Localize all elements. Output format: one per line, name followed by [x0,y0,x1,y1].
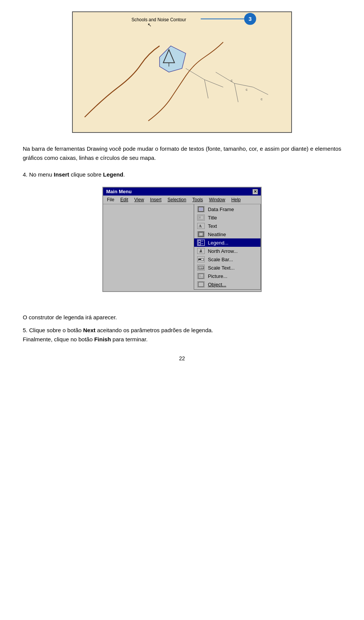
svg-rect-38 [198,274,204,278]
svg-text:N: N [199,251,201,253]
svg-text:T: T [199,216,201,219]
svg-rect-28 [198,243,201,245]
object-icon [197,281,205,287]
menu-item-neatline[interactable]: Neatline [194,230,260,238]
menu-insert[interactable]: Insert [148,196,164,203]
text-icon: A [197,223,205,229]
menu-item-object[interactable]: Object... [194,280,260,289]
menu-item-object-label: Object... [208,282,226,287]
svg-rect-26 [198,240,201,242]
paragraph-1: Na barra de ferramentas Drawing você pod… [23,144,341,162]
svg-text:c: c [246,87,248,92]
page-number-value: 22 [179,355,185,361]
menu-item-text-label: Text [208,223,217,229]
menu-item-scale-bar-label: Scale Bar... [208,257,233,262]
map-container: c c c Schools and Noise Contour ↖ 3 [72,11,292,133]
menu-item-north-arrow[interactable]: N North Arrow... [194,247,260,255]
picture-icon [197,273,205,279]
legend-icon [197,240,205,246]
menu-item-picture[interactable]: Picture... [194,272,260,280]
menu-menubar: File Edit View Insert Selection Tools Wi… [103,196,261,204]
menu-selection[interactable]: Selection [165,196,188,203]
title-icon: T [197,215,205,221]
svg-text:1:km: 1:km [199,267,204,269]
main-menu-window: Main Menu ✕ File Edit View Insert Select… [102,187,262,292]
svg-text:↖: ↖ [147,22,152,28]
menu-item-title[interactable]: T Title [194,213,260,222]
insert-dropdown: Data Frame T Title A Text [194,204,261,290]
data-frame-icon [197,206,205,212]
north-arrow-icon: N [197,248,205,254]
svg-marker-40 [198,276,204,277]
step-5-text: 5. Clique sobre o botão Next aceitando o… [23,326,341,344]
legend-appeared-text: O construtor de legenda irá aparecer. [23,313,341,322]
menu-item-title-label: Title [208,215,217,221]
menu-edit[interactable]: Edit [118,196,130,203]
menu-item-scale-text[interactable]: 1:km Scale Text... [194,263,260,272]
menu-item-picture-label: Picture... [208,273,227,279]
menu-item-legend[interactable]: Legend... [194,238,260,247]
svg-text:A: A [199,224,202,228]
legend-appeared-label: O construtor de legenda irá aparecer. [23,314,117,320]
close-button[interactable]: ✕ [253,189,258,194]
menu-item-data-frame[interactable]: Data Frame [194,205,260,213]
paragraph-1-text: Na barra de ferramentas Drawing você pod… [23,145,341,161]
svg-rect-0 [74,12,291,132]
menu-tools[interactable]: Tools [190,196,205,203]
menu-titlebar: Main Menu ✕ [103,188,261,196]
scale-text-icon: 1:km [197,265,205,271]
menu-item-scale-bar[interactable]: Scale Bar... [194,255,260,263]
svg-rect-41 [198,282,204,287]
svg-text:Schools and Noise Contour: Schools and Noise Contour [132,17,186,22]
step-5-line2: Finalmente, clique no botão Finish para … [23,336,147,342]
svg-text:c: c [231,78,232,82]
step-4-label: 4. No menu Insert clique sobre Legend. [23,170,341,179]
menu-title: Main Menu [106,189,132,194]
svg-text:c: c [260,97,262,101]
svg-rect-33 [201,259,204,260]
step-5-line1: 5. Clique sobre o botão Next aceitando o… [23,327,213,333]
menu-item-north-arrow-label: North Arrow... [208,248,238,254]
step-4-text: 4. No menu Insert clique sobre Legend. [23,171,125,178]
neatline-icon [197,231,205,237]
svg-rect-25 [199,233,203,236]
svg-text:3: 3 [249,16,252,22]
svg-rect-20 [199,208,203,211]
menu-help[interactable]: Help [229,196,243,203]
menu-item-legend-label: Legend... [208,240,228,246]
menu-file[interactable]: File [105,196,116,203]
menu-item-text[interactable]: A Text [194,222,260,230]
menu-view[interactable]: View [132,196,146,203]
scale-bar-icon [197,256,205,262]
menu-window[interactable]: Window [207,196,228,203]
page-number: 22 [179,355,185,361]
svg-rect-32 [198,259,201,260]
menu-item-neatline-label: Neatline [208,232,226,237]
menu-item-data-frame-label: Data Frame [208,207,234,212]
menu-item-scale-text-label: Scale Text... [208,265,235,271]
